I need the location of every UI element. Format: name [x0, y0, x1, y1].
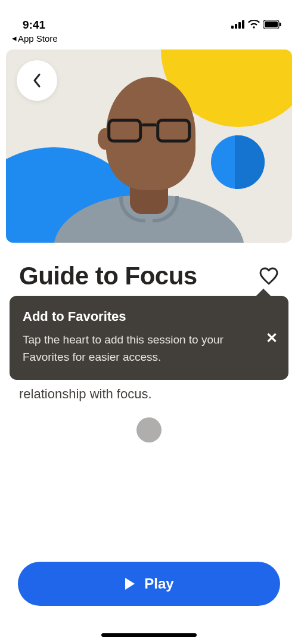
triangle-left-icon: ◂	[12, 33, 17, 44]
play-button[interactable]: Play	[18, 562, 280, 606]
tooltip-body: Tap the heart to add this session to you…	[23, 332, 253, 366]
favorite-button[interactable]	[259, 266, 279, 286]
svg-rect-0	[231, 26, 234, 29]
svg-rect-6	[280, 23, 281, 26]
wifi-icon	[248, 18, 260, 32]
page-indicator-dot	[136, 417, 162, 442]
title-row: Guide to Focus	[0, 243, 298, 295]
instructor-portrait	[54, 64, 244, 243]
cellular-icon	[231, 18, 244, 32]
svg-rect-5	[265, 21, 278, 27]
session-description-tail: relationship with focus.	[0, 385, 298, 404]
session-title: Guide to Focus	[19, 262, 197, 290]
back-to-app-link[interactable]: ◂ App Store	[0, 33, 298, 46]
tooltip-title: Add to Favorites	[23, 309, 253, 324]
status-time: 9:41	[23, 18, 45, 32]
svg-rect-3	[242, 20, 244, 29]
svg-rect-2	[238, 22, 241, 29]
back-app-label: App Store	[18, 33, 58, 44]
svg-rect-1	[235, 24, 237, 29]
chevron-left-icon	[32, 73, 42, 88]
status-indicators	[231, 18, 281, 32]
play-icon	[124, 577, 136, 590]
favorites-tooltip: Add to Favorites Tap the heart to add th…	[10, 296, 288, 380]
tooltip-close-button[interactable]: ✕	[266, 330, 278, 346]
play-label: Play	[144, 575, 173, 592]
heart-icon	[259, 267, 278, 285]
close-icon: ✕	[266, 330, 278, 346]
back-button[interactable]	[17, 60, 57, 101]
status-bar: 9:41	[0, 0, 298, 33]
home-indicator[interactable]	[101, 633, 197, 637]
hero-image	[6, 49, 292, 243]
battery-icon	[263, 18, 281, 32]
screen: 9:41 ◂ App Store	[0, 0, 298, 644]
